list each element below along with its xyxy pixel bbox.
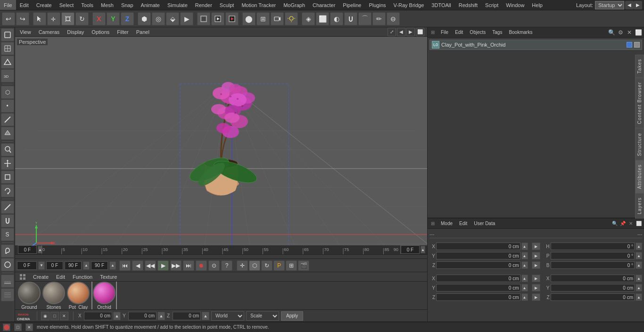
om-edit[interactable]: Edit (453, 30, 465, 35)
om-file[interactable]: File (439, 30, 450, 35)
menu-animate[interactable]: Animate (137, 0, 164, 10)
transport-start-frame[interactable] (46, 261, 63, 270)
light-btn[interactable] (285, 12, 298, 25)
attr-sb-up[interactable]: ▲ (636, 293, 642, 301)
attr-pin[interactable]: 📌 (619, 220, 626, 227)
menu-help[interactable]: Help (528, 0, 546, 10)
attr-sp-input[interactable] (551, 284, 635, 292)
attr-sy-input[interactable] (436, 284, 520, 292)
render-active[interactable] (211, 12, 224, 25)
attr-sb-input[interactable] (551, 293, 635, 301)
layout-arrow-right[interactable]: ▶ (634, 1, 642, 9)
attr-p-input[interactable] (551, 252, 635, 259)
scale-tool[interactable] (61, 12, 74, 25)
vtab-attributes[interactable]: Attributes (635, 160, 644, 193)
material-stones[interactable]: Stones (42, 282, 65, 310)
transport-help[interactable]: ? (221, 260, 232, 271)
vp-ctrl-prev[interactable]: ◀ (397, 28, 405, 36)
attr-sy-transfer[interactable]: ▶ (532, 284, 540, 292)
z-axis-btn[interactable]: Z (121, 12, 134, 25)
attr-sx-input[interactable] (436, 275, 520, 282)
frame-down[interactable]: ▼ (38, 261, 45, 270)
menu-sculpt[interactable]: Sculpt (216, 0, 238, 10)
model-mode-btn[interactable] (1, 28, 14, 41)
material-orchid[interactable]: Orchid (91, 282, 117, 310)
edge-mode[interactable]: ⬙ (166, 12, 179, 25)
attr-h-input[interactable] (551, 243, 635, 250)
status-icon-window[interactable]: □ (14, 324, 22, 331)
rotate-tool[interactable]: ↻ (75, 12, 89, 25)
transport-current-frame[interactable] (17, 261, 37, 270)
coord-y-input[interactable] (128, 312, 157, 320)
attr-sh-input[interactable] (551, 275, 635, 282)
attr-user-data[interactable]: User Data (472, 221, 497, 226)
menu-script[interactable]: Script (481, 0, 502, 10)
poly-mode-side[interactable] (1, 127, 14, 140)
vp-menu-view[interactable]: View (18, 29, 33, 35)
om-close-btn[interactable]: ✕ (626, 29, 633, 36)
om-bookmarks[interactable]: Bookmarks (507, 30, 534, 35)
mat-menu-create[interactable]: Create (31, 274, 50, 280)
menu-file[interactable]: File (0, 0, 16, 10)
om-search-icon[interactable]: 🔍 (608, 29, 615, 36)
floor-btn[interactable] (1, 275, 14, 288)
transport-rot-key[interactable]: ↻ (261, 260, 272, 271)
attr-sx-transfer[interactable]: ▶ (532, 275, 540, 282)
uv-edit-btn[interactable] (1, 56, 14, 69)
menu-pipeline[interactable]: Pipeline (339, 0, 365, 10)
om-objects[interactable]: Objects (468, 30, 487, 35)
attr-close[interactable]: ✕ (627, 220, 634, 227)
x-axis-btn[interactable]: X (92, 12, 106, 25)
attr-z-input[interactable] (436, 261, 520, 269)
grid-toggle[interactable]: ⊞ (256, 12, 270, 25)
stamp-tool[interactable]: S (1, 228, 14, 241)
menu-3dtoall[interactable]: 3DTOAll (428, 0, 454, 10)
box-mode[interactable]: ⬢ (138, 12, 151, 25)
om-tags[interactable]: Tags (490, 30, 504, 35)
lasso-btn[interactable]: ◈ (302, 12, 315, 25)
attr-y-up[interactable]: ▲ (521, 252, 528, 259)
material-ground[interactable]: Ground (18, 282, 41, 310)
attr-z-up[interactable]: ▲ (521, 261, 528, 269)
move-btn[interactable] (1, 157, 14, 170)
viewport-solo[interactable]: ⬤ (242, 12, 256, 25)
floor-btn2[interactable] (1, 288, 14, 301)
menu-vray[interactable]: V-Ray Bridge (390, 0, 428, 10)
transport-prev-frame[interactable]: ◀ (132, 260, 143, 271)
coord-x-input[interactable] (84, 312, 112, 320)
render-view[interactable] (225, 12, 239, 25)
point-mode[interactable]: ◎ (152, 12, 165, 25)
transport-goto-end[interactable]: ⏭ (183, 260, 194, 271)
attr-sh-up[interactable]: ▲ (636, 275, 642, 282)
attr-mode[interactable]: Mode (439, 221, 454, 226)
apply-button[interactable]: Apply (281, 311, 303, 321)
vp-menu-cameras[interactable]: Cameras (37, 29, 62, 35)
vtab-takes[interactable]: Takes (635, 55, 644, 78)
transport-pos-key[interactable]: P (273, 260, 285, 271)
transport-play[interactable]: ▶ (157, 260, 169, 271)
transport-render-end[interactable] (91, 261, 108, 270)
menu-character[interactable]: Character (309, 0, 339, 10)
attr-sz-up[interactable]: ▲ (521, 293, 528, 301)
render-region[interactable] (197, 12, 210, 25)
transport-prev-fast[interactable]: ◀◀ (145, 260, 156, 271)
end-frame-display[interactable] (401, 245, 420, 254)
menu-window[interactable]: Window (502, 0, 528, 10)
live-select[interactable] (1, 143, 14, 156)
attr-x-transfer[interactable]: ▶ (532, 243, 540, 250)
coord-x-up[interactable]: ▲ (113, 312, 121, 320)
menu-motion-tracker[interactable]: Motion Tracker (238, 0, 280, 10)
transport-auto-key[interactable]: ⊙ (208, 260, 220, 271)
attr-sx-up[interactable]: ▲ (521, 275, 528, 282)
vp-menu-options[interactable]: Options (90, 29, 111, 35)
menu-edit[interactable]: Edit (16, 0, 33, 10)
paint-tool[interactable] (1, 244, 14, 258)
attr-y-input[interactable] (436, 252, 520, 259)
select-tool[interactable] (33, 12, 46, 25)
coord-z-input[interactable] (173, 312, 201, 320)
move-tool[interactable]: ✛ (47, 12, 60, 25)
rotate-btn-side[interactable] (1, 184, 14, 197)
attr-b-input[interactable] (551, 261, 635, 269)
current-frame-input[interactable] (18, 245, 37, 254)
menu-plugins[interactable]: Plugins (365, 0, 389, 10)
